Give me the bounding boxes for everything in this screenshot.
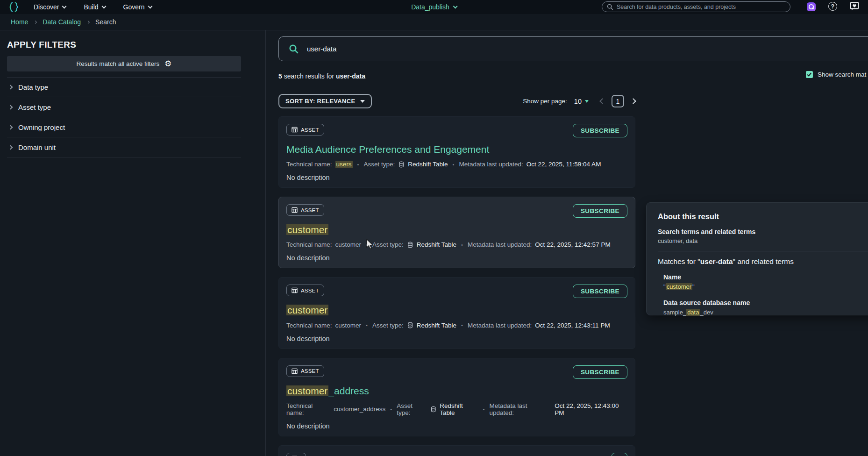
result-card-header: ASSET SUBSCRIBE [286, 365, 627, 379]
page-number[interactable]: 1 [612, 95, 624, 107]
sort-by-label: SORT BY: RELEVANCE [285, 98, 355, 105]
content-layout: APPLY FILTERS Results match all active f… [0, 30, 868, 456]
sort-controls-row: SORT BY: RELEVANCE Show per page: 10 1 [278, 94, 635, 108]
chevron-down-icon [453, 4, 457, 9]
per-page-select[interactable]: 10 [574, 98, 589, 105]
chevron-down-icon [62, 4, 67, 9]
results-summary-text: search results for [282, 72, 336, 80]
asset-type-badge: ASSET [286, 124, 324, 135]
result-meta: Technical name: customer • Asset type: R… [286, 322, 627, 329]
asset-type-badge: ASSET [286, 285, 324, 296]
asset-badge-label: ASSET [301, 288, 319, 293]
nav-menu-label: Govern [123, 3, 145, 11]
show-matches-checkbox[interactable] [806, 71, 813, 78]
updated-label: Metadata last updated: [468, 322, 532, 329]
redshift-icon [398, 161, 405, 168]
show-matches-label: Show search mat [818, 71, 866, 78]
filter-group-asset-type[interactable]: Asset type [7, 97, 241, 117]
result-card[interactable]: ASSET SUBSCRIBE Media Audience Preferenc… [278, 116, 635, 188]
catalog-search-input[interactable] [307, 45, 868, 53]
filter-group-data-type[interactable]: Data type [7, 77, 241, 97]
results-search-term: user-data [336, 72, 365, 80]
asset-type-badge: ASSET [286, 365, 324, 377]
table-icon [292, 207, 298, 213]
result-meta: Technical name: users • Asset type: Reds… [286, 161, 627, 168]
asset-type-label: Asset type: [372, 322, 404, 329]
chevron-right-icon [8, 145, 13, 150]
project-selector-label: Data_publish [411, 3, 449, 11]
chevron-right-icon [8, 105, 13, 109]
result-meta: Technical name: customer • Asset type: R… [286, 241, 627, 248]
table-icon [292, 368, 298, 374]
technical-name-label: Technical name: [286, 161, 332, 168]
results-count: 5 [278, 72, 282, 80]
subscribe-button[interactable] [612, 453, 627, 456]
sort-by-dropdown[interactable]: SORT BY: RELEVANCE [278, 94, 372, 108]
subscribe-button[interactable]: SUBSCRIBE [573, 285, 627, 298]
asset-type-label: Asset type: [363, 161, 395, 168]
nav-menu-discover[interactable]: Discover [34, 3, 66, 11]
filter-group-domain-unit[interactable]: Domain unit [7, 137, 241, 157]
result-card[interactable]: ASSET SUBSCRIBE customer_address Technic… [278, 358, 635, 436]
nav-menu-build[interactable]: Build [84, 3, 105, 11]
global-search-box[interactable] [602, 1, 790, 12]
divider [658, 251, 868, 251]
technical-name-label: Technical name: [286, 322, 332, 329]
caret-down-icon [585, 100, 589, 103]
filters-sidebar: APPLY FILTERS Results match all active f… [0, 30, 266, 456]
result-card[interactable]: • • [278, 445, 635, 456]
result-title[interactable]: customer_address [286, 385, 627, 397]
result-card[interactable]: ASSET SUBSCRIBE customer Technical name:… [278, 197, 635, 268]
global-search-input[interactable] [617, 4, 785, 10]
help-icon[interactable]: ? [828, 2, 837, 11]
subscribe-button[interactable]: SUBSCRIBE [573, 204, 627, 218]
asset-badge-label: ASSET [301, 127, 319, 133]
nav-menu-label: Discover [34, 3, 59, 11]
result-title[interactable]: customer [286, 224, 627, 235]
feedback-icon[interactable] [850, 2, 859, 13]
filter-group-label: Data type [18, 83, 48, 91]
chevron-right-icon [8, 85, 13, 90]
quote: " [663, 283, 666, 290]
separator-dot: • [453, 162, 455, 167]
quote: " [692, 283, 695, 290]
filter-group-label: Asset type [18, 103, 51, 111]
asset-type-label: Asset type: [397, 402, 427, 416]
filters-match-toggle[interactable]: Results match all active filters ⚙ [7, 56, 241, 71]
highlighted-term: customer [666, 283, 692, 290]
updated-value: Oct 22, 2025, 12:43:00 PM [555, 402, 627, 416]
breadcrumb: Home Data Catalog Search [0, 14, 868, 30]
asset-type-badge [286, 453, 306, 456]
amazon-q-icon[interactable] [806, 2, 816, 14]
result-title[interactable]: customer [286, 304, 627, 316]
table-icon [292, 287, 298, 293]
asset-type-value: Redshift Table [417, 322, 456, 329]
nav-menus: Discover Build Govern [34, 3, 152, 11]
subscribe-button[interactable]: SUBSCRIBE [573, 124, 627, 137]
catalog-search-box[interactable] [278, 36, 868, 61]
subscribe-button[interactable]: SUBSCRIBE [573, 365, 627, 379]
breadcrumb-home[interactable]: Home [11, 18, 28, 26]
result-card[interactable]: ASSET SUBSCRIBE customer Technical name:… [278, 277, 635, 349]
separator-dot: • [390, 406, 392, 412]
updated-value: Oct 22, 2025, 11:59:04 AM [526, 161, 601, 168]
matches-details: Name "customer" Data source database nam… [663, 273, 868, 316]
result-title[interactable]: Media Audience Preferences and Engagemen… [286, 143, 627, 155]
nav-menu-govern[interactable]: Govern [123, 3, 152, 11]
result-description: No description [286, 174, 627, 181]
gear-icon[interactable]: ⚙ [164, 60, 171, 68]
previous-page-icon[interactable] [599, 98, 605, 104]
chevron-right-icon [86, 20, 90, 23]
filter-group-owning-project[interactable]: Owning project [7, 117, 241, 137]
technical-name-value: customer_address [334, 406, 385, 413]
redshift-icon [407, 242, 413, 248]
technical-name-label: Technical name: [286, 241, 332, 248]
breadcrumb-data-catalog[interactable]: Data Catalog [43, 18, 81, 26]
updated-label: Metadata last updated: [468, 241, 532, 248]
filters-match-label: Results match all active filters [76, 60, 159, 67]
next-page-icon[interactable] [630, 98, 636, 104]
brand-logo-icon[interactable] [7, 1, 21, 13]
updated-label: Metadata last updated: [489, 402, 551, 416]
project-selector[interactable]: Data_publish [411, 3, 457, 11]
search-icon [607, 4, 613, 10]
